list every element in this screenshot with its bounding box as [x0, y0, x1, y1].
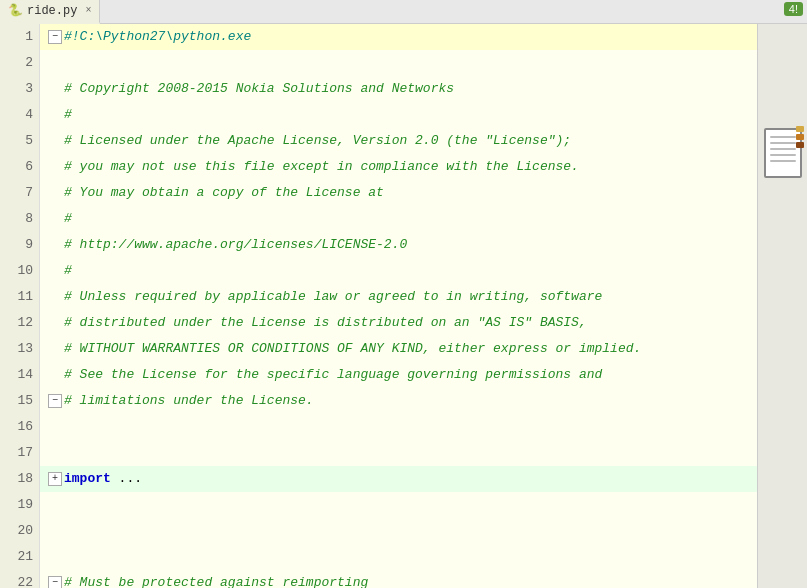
line-number: 17	[6, 440, 33, 466]
code-text: # WITHOUT WARRANTIES OR CONDITIONS OF AN…	[64, 336, 641, 362]
code-line: # you may not use this file except in co…	[40, 154, 807, 180]
code-text: # http://www.apache.org/licenses/LICENSE…	[64, 232, 407, 258]
line-number: 12	[6, 310, 33, 336]
line-number: 14	[6, 362, 33, 388]
code-text: # you may not use this file except in co…	[64, 154, 579, 180]
code-line	[40, 50, 807, 76]
code-line: #	[40, 206, 807, 232]
tab-label: ride.py	[27, 4, 77, 18]
code-line: +import ...	[40, 466, 807, 492]
code-line	[40, 414, 807, 440]
line-number: 22	[6, 570, 33, 588]
line-number: 1	[6, 24, 33, 50]
line-number: 2	[6, 50, 33, 76]
code-line	[40, 544, 807, 570]
code-text: # Licensed under the Apache License, Ver…	[64, 128, 571, 154]
line-number: 21	[6, 544, 33, 570]
code-text: #	[64, 206, 72, 232]
line-number: 5	[6, 128, 33, 154]
code-line	[40, 492, 807, 518]
code-line: #	[40, 102, 807, 128]
code-text: import ...	[64, 466, 142, 492]
line-number: 3	[6, 76, 33, 102]
code-text: # Must be protected against reimporting	[64, 570, 368, 588]
tab-close-button[interactable]: ×	[85, 5, 91, 16]
line-number: 11	[6, 284, 33, 310]
code-line: # See the License for the specific langu…	[40, 362, 807, 388]
code-text: #	[64, 102, 72, 128]
line-numbers: 12345678910111213141516171819202122	[0, 24, 40, 588]
code-line: # Copyright 2008-2015 Nokia Solutions an…	[40, 76, 807, 102]
right-decoration	[757, 24, 807, 588]
line-number: 18	[6, 466, 33, 492]
editor-area: 12345678910111213141516171819202122 −#!C…	[0, 24, 807, 588]
line-number: 19	[6, 492, 33, 518]
code-line	[40, 518, 807, 544]
code-line: # http://www.apache.org/licenses/LICENSE…	[40, 232, 807, 258]
code-line: −# limitations under the License.	[40, 388, 807, 414]
code-line: # WITHOUT WARRANTIES OR CONDITIONS OF AN…	[40, 336, 807, 362]
code-text: # limitations under the License.	[64, 388, 314, 414]
code-text: # You may obtain a copy of the License a…	[64, 180, 384, 206]
line-number: 7	[6, 180, 33, 206]
tab-bar: 🐍 ride.py × 4!	[0, 0, 807, 24]
code-text: # distributed under the License is distr…	[64, 310, 587, 336]
code-text: #	[64, 258, 72, 284]
code-line: #	[40, 258, 807, 284]
line-number: 8	[6, 206, 33, 232]
fold-button[interactable]: −	[48, 30, 62, 44]
line-number: 13	[6, 336, 33, 362]
line-number: 16	[6, 414, 33, 440]
file-icon: 🐍	[8, 3, 23, 18]
fold-button[interactable]: −	[48, 394, 62, 408]
code-line	[40, 440, 807, 466]
code-content[interactable]: −#!C:\Python27\python.exe# Copyright 200…	[40, 24, 807, 588]
code-line: −# Must be protected against reimporting	[40, 570, 807, 588]
code-line: # You may obtain a copy of the License a…	[40, 180, 807, 206]
code-line: # distributed under the License is distr…	[40, 310, 807, 336]
code-text: # Unless required by applicable law or a…	[64, 284, 602, 310]
tab-ride-py[interactable]: 🐍 ride.py ×	[0, 0, 100, 24]
code-text: #!C:\Python27\python.exe	[64, 24, 251, 50]
line-number: 4	[6, 102, 33, 128]
fold-button[interactable]: −	[48, 576, 62, 588]
line-number: 15	[6, 388, 33, 414]
code-line: # Unless required by applicable law or a…	[40, 284, 807, 310]
line-number: 9	[6, 232, 33, 258]
code-text: # Copyright 2008-2015 Nokia Solutions an…	[64, 76, 454, 102]
fold-button[interactable]: +	[48, 472, 62, 486]
line-number: 6	[6, 154, 33, 180]
corner-badge: 4!	[784, 2, 803, 16]
code-line: −#!C:\Python27\python.exe	[40, 24, 807, 50]
code-text: # See the License for the specific langu…	[64, 362, 602, 388]
keyword-import: import	[64, 471, 111, 486]
line-number: 20	[6, 518, 33, 544]
code-line: # Licensed under the Apache License, Ver…	[40, 128, 807, 154]
notebook-icon	[764, 128, 802, 178]
line-number: 10	[6, 258, 33, 284]
